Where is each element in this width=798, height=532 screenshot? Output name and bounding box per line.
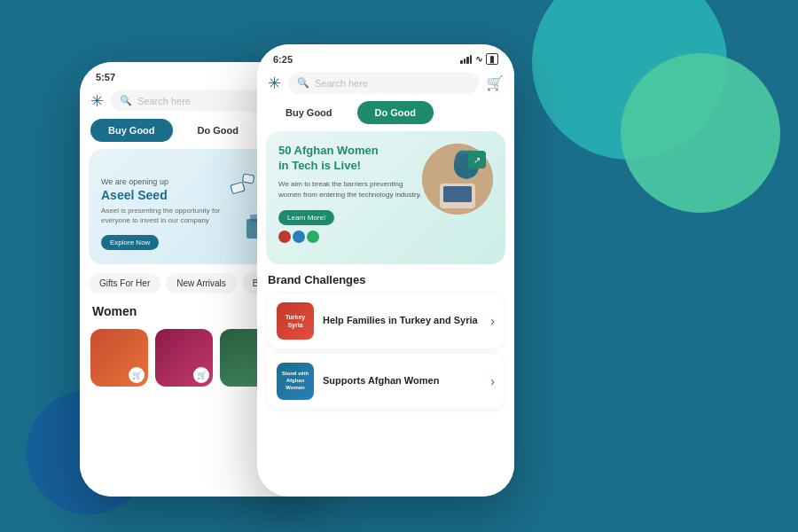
signal-bar-f4 [470, 55, 473, 64]
search-icon-front: 🔍 [297, 77, 309, 89]
hero-text-front: 50 Afghan Women in Tech is Live! We aim … [278, 144, 422, 243]
time-back: 5:57 [96, 72, 115, 82]
category-new-arrivals[interactable]: New Arrivals [166, 273, 237, 293]
mini-avatar-3 [307, 231, 319, 243]
tabs-front: Buy Good Do Good [257, 101, 514, 131]
status-icons-front: ∿ ▮ [460, 53, 498, 65]
hero-subtitle-back: We are opening up [101, 177, 227, 186]
battery-icon-front: ▮ [486, 53, 498, 65]
status-bar-front: 6:25 ∿ ▮ [257, 44, 514, 68]
hero-desc-front: We aim to break the barriers preventing … [278, 179, 422, 200]
hero-desc-back: Aseel is presenting the opportunity for … [101, 206, 227, 225]
explore-btn-back[interactable]: Explore Now [101, 235, 159, 250]
cart-icon-front[interactable]: 🛒 [486, 74, 504, 91]
logo-icon-front: ✳ [268, 74, 281, 93]
product-card-2[interactable]: 🛒 [155, 329, 213, 387]
mini-avatar-2 [293, 231, 305, 243]
challenge-title-1: Help Families in Turkey and Syria [323, 315, 490, 325]
hero-banner-front: 50 Afghan Women in Tech is Live! We aim … [266, 131, 505, 264]
product-card-1[interactable]: 🛒 [90, 329, 148, 387]
category-gifts-for-her[interactable]: Gifts For Her [89, 273, 160, 293]
learn-more-btn[interactable]: Learn More! [278, 210, 334, 225]
challenge-title-2: Supports Afghan Women [323, 375, 490, 386]
challenge-thumb-text-1: TurkeySyria [286, 313, 305, 329]
product-cart-icon-1[interactable]: 🛒 [129, 367, 145, 383]
search-placeholder-front: Search here [315, 78, 368, 89]
time-front: 6:25 [273, 54, 293, 65]
signal-bar-f2 [464, 59, 466, 64]
logo-icon-back: ✳ [90, 91, 104, 111]
signal-bar-f1 [460, 60, 463, 64]
signal-icon-front [460, 55, 472, 64]
svg-rect-3 [231, 182, 245, 193]
challenge-thumb-1: TurkeySyria [277, 302, 314, 340]
svg-rect-4 [242, 174, 254, 184]
tab-do-good-front[interactable]: Do Good [357, 101, 434, 124]
hero-title-back: Aseel Seed [101, 188, 227, 202]
tab-buy-good-front[interactable]: Buy Good [268, 101, 350, 124]
brand-challenges-title: Brand Challenges [268, 273, 504, 286]
phone-front-header: ✳ 🔍 Search here 🛒 [257, 68, 514, 101]
search-placeholder-back: Search here [137, 96, 191, 106]
challenge-info-2: Supports Afghan Women [323, 375, 490, 387]
svg-rect-11 [443, 186, 472, 202]
share-icon-hero[interactable]: ↗ [468, 151, 486, 168]
product-cart-icon-2[interactable]: 🛒 [193, 367, 209, 383]
challenge-info-1: Help Families in Turkey and Syria [323, 315, 490, 327]
hero-title-prefix: 50 Afghan Women [278, 144, 379, 157]
hero-title-suffix: in Tech is [278, 159, 334, 172]
challenge-item-2[interactable]: Stand withAfghanWomen Supports Afghan Wo… [268, 354, 504, 409]
search-icon-back: 🔍 [120, 95, 132, 106]
challenge-thumb-text-2: Stand withAfghanWomen [282, 371, 309, 391]
signal-bar-f3 [466, 57, 469, 64]
phones-container: 5:57 ∿ ▮ ✳ 🔍 Search here [80, 35, 718, 514]
hero-text-back: We are opening up Aseel Seed Aseel is pr… [101, 177, 227, 250]
challenge-arrow-2[interactable]: › [490, 374, 495, 388]
brand-challenges-section: Brand Challenges TurkeySyria Help Famili… [257, 264, 514, 418]
tab-do-good-back[interactable]: Do Good [180, 119, 256, 142]
search-bar-front[interactable]: 🔍 Search here [288, 72, 479, 94]
hero-title-front: 50 Afghan Women in Tech is Live! [278, 144, 422, 174]
challenge-arrow-1[interactable]: › [490, 314, 495, 328]
hero-avatars [278, 231, 422, 243]
challenge-thumb-2: Stand withAfghanWomen [277, 363, 314, 400]
women-section-title: Women [92, 304, 137, 318]
hero-title-highlight: Live! [334, 159, 361, 172]
wifi-icon-front: ∿ [475, 54, 482, 64]
challenge-item-1[interactable]: TurkeySyria Help Families in Turkey and … [268, 293, 504, 348]
mini-avatar-1 [278, 231, 291, 243]
phone-front-screen: 6:25 ∿ ▮ ✳ 🔍 Search here [257, 44, 514, 497]
hero-image-wrapper: ↗ [422, 144, 493, 215]
tab-buy-good-back[interactable]: Buy Good [90, 119, 173, 142]
phone-front: 6:25 ∿ ▮ ✳ 🔍 Search here [257, 44, 514, 497]
